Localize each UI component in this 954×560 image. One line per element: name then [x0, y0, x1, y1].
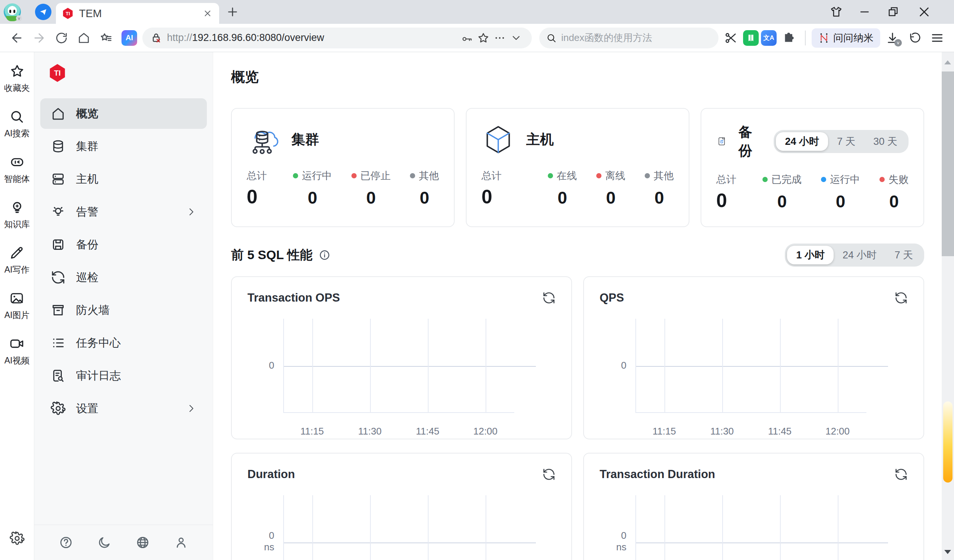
close-window-button[interactable] — [914, 3, 935, 21]
gridline — [312, 319, 313, 413]
scrollbar-thumb[interactable] — [942, 72, 954, 256]
legend-value: 0 — [889, 191, 899, 212]
download-version-badge: v — [894, 39, 902, 47]
refresh-icon[interactable] — [894, 291, 908, 305]
screenshot-scissors-icon[interactable] — [721, 28, 741, 48]
backup-range-toggle: 24 小时 7 天 30 天 — [774, 130, 909, 153]
home-button[interactable] — [74, 28, 94, 48]
insecure-lock-icon[interactable] — [150, 32, 162, 44]
avatar-v-badge: v — [16, 15, 22, 21]
host-cube-icon — [482, 123, 515, 156]
ask-nano-button[interactable]: 问问纳米 — [812, 28, 880, 48]
status-dot — [548, 173, 553, 178]
legend-label: 运行中 — [302, 169, 332, 182]
theme-skin-button[interactable] — [826, 3, 846, 21]
legend-value: 0 — [366, 188, 376, 208]
chevron-right-icon — [186, 207, 196, 217]
sidebar-item-alerts[interactable]: 告警 — [40, 197, 207, 227]
password-key-icon[interactable] — [459, 30, 475, 46]
scrollbar-yellow-marker[interactable] — [943, 401, 952, 482]
refresh-icon[interactable] — [542, 291, 556, 305]
more-actions-icon[interactable] — [491, 30, 508, 46]
total-value: 0 — [247, 185, 267, 208]
sidebar-item-label: 巡检 — [76, 270, 98, 285]
toggle-option-1h[interactable]: 1 小时 — [787, 246, 834, 264]
gridline — [838, 495, 839, 560]
toggle-option-7d[interactable]: 7 天 — [885, 246, 922, 264]
archive-box-icon — [51, 303, 65, 317]
forward-button[interactable] — [29, 28, 49, 48]
refresh-icon[interactable] — [894, 468, 908, 481]
toggle-option-7d[interactable]: 7 天 — [828, 132, 865, 151]
rail-settings-button[interactable] — [10, 531, 25, 546]
rail-item-ai-video[interactable]: AI视频 — [5, 336, 30, 366]
rail-item-ai-search[interactable]: AI搜索 — [5, 109, 30, 139]
menu-button[interactable] — [927, 28, 947, 48]
url-text[interactable]: http://192.168.96.60:8080/overview — [167, 32, 459, 44]
sidebar-item-backup[interactable]: 备份 — [40, 229, 207, 260]
sidebar-item-label: 防火墙 — [76, 303, 109, 318]
image-icon — [9, 291, 25, 306]
sidebar-item-firewall[interactable]: 防火墙 — [40, 295, 207, 325]
rail-item-favorites[interactable]: 收藏夹 — [4, 63, 30, 94]
address-bar[interactable]: http://192.168.96.60:8080/overview — [142, 28, 532, 48]
undo-restore-button[interactable] — [905, 28, 925, 48]
bookmark-star-icon[interactable] — [475, 30, 491, 46]
rail-item-ai-writing[interactable]: AI写作 — [5, 245, 30, 275]
notebook-extension-icon[interactable] — [743, 30, 759, 46]
tem-logo[interactable]: TI — [49, 64, 65, 82]
sidebar-item-label: 集群 — [76, 139, 98, 154]
browser-profile-avatar[interactable]: v — [4, 3, 21, 20]
info-icon[interactable] — [319, 249, 330, 261]
sidebar-item-overview[interactable]: 概览 — [40, 98, 207, 129]
sidebar-item-task-center[interactable]: 任务中心 — [40, 328, 207, 358]
minimize-button[interactable] — [854, 3, 875, 21]
browser-search-box[interactable] — [539, 28, 719, 48]
toggle-option-24h[interactable]: 24 小时 — [834, 246, 886, 264]
tab-tem[interactable]: TI TEM — [56, 3, 219, 24]
legend-value: 0 — [777, 191, 787, 212]
gear-icon — [51, 401, 65, 416]
tab-close-icon[interactable] — [203, 9, 212, 18]
refresh-icon[interactable] — [542, 468, 556, 481]
scroll-down-arrow[interactable] — [944, 550, 951, 554]
browser-window: v TI TEM AI http:// — [0, 0, 954, 52]
new-tab-button[interactable] — [226, 5, 239, 19]
scroll-up-arrow[interactable] — [944, 60, 951, 64]
search-input[interactable] — [560, 32, 712, 44]
gridline — [780, 319, 781, 413]
x-axis-ticks: 11:1511:3011:4512:00 — [283, 426, 514, 439]
translate-extension-icon[interactable]: 文A — [761, 30, 776, 46]
bookmarks-button[interactable] — [96, 28, 116, 48]
sidebar-item-label: 任务中心 — [76, 336, 121, 351]
language-globe-icon[interactable] — [136, 535, 150, 549]
sidebar-item-clusters[interactable]: 集群 — [40, 131, 207, 162]
extensions-puzzle-icon[interactable] — [779, 28, 799, 48]
back-button[interactable] — [7, 28, 27, 48]
sidebar-item-inspection[interactable]: 巡检 — [40, 262, 207, 292]
send-shortcut-icon[interactable] — [35, 4, 51, 20]
rail-label: AI视频 — [5, 355, 30, 366]
help-icon[interactable] — [59, 535, 73, 549]
ai-assistant-icon[interactable]: AI — [122, 30, 137, 46]
restore-button[interactable] — [882, 3, 903, 21]
page-scrollbar[interactable] — [942, 52, 954, 560]
dark-mode-moon-icon[interactable] — [97, 535, 111, 549]
toggle-option-24h[interactable]: 24 小时 — [776, 132, 828, 151]
sidebar-item-audit-log[interactable]: 审计日志 — [40, 361, 207, 391]
status-dot — [351, 173, 357, 178]
sidebar-item-settings[interactable]: 设置 — [40, 393, 207, 424]
legend-label: 离线 — [605, 169, 625, 182]
task-list-icon — [51, 336, 65, 350]
rail-item-ai-image[interactable]: AI图片 — [5, 291, 30, 321]
rail-item-ai-agent[interactable]: 智能体 — [4, 154, 30, 185]
y-zero-label: 0 ns — [609, 529, 631, 552]
downloads-button[interactable]: v — [882, 28, 903, 48]
rail-item-knowledge-base[interactable]: 知识库 — [4, 199, 30, 230]
user-icon[interactable] — [174, 535, 188, 549]
toggle-option-30d[interactable]: 30 天 — [864, 132, 906, 151]
content-stage: 收藏夹 AI搜索 智能体 知识库 AI写作 AI图片 AI视频 TI 概览 集群… — [0, 52, 954, 560]
reload-button[interactable] — [51, 28, 72, 48]
sidebar-item-hosts[interactable]: 主机 — [40, 164, 207, 194]
chevron-down-icon[interactable] — [508, 30, 524, 46]
